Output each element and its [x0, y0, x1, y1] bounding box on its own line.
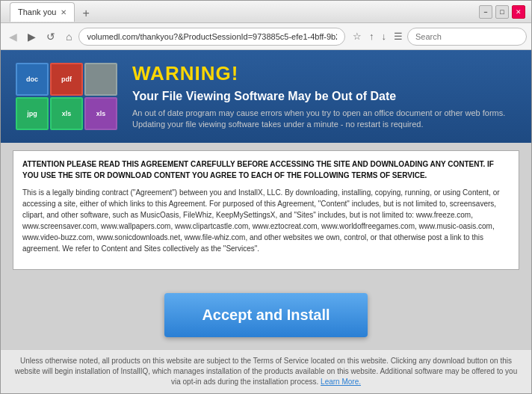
download-icon[interactable]: ↓	[380, 29, 389, 43]
page-footer: Unless otherwise noted, all products on …	[1, 349, 531, 393]
page-content: doc pdf jpg xls xls WARNING! Your File V…	[1, 50, 531, 393]
bookmark-icon[interactable]: ☆	[351, 29, 363, 43]
back-button[interactable]: ◀	[5, 29, 21, 44]
warning-description: An out of date program may cause errors …	[132, 108, 516, 131]
learn-more-link[interactable]: Learn More.	[321, 378, 361, 386]
tab-bar: Thank you ✕ +	[7, 2, 97, 22]
file-icons-grid: doc pdf jpg xls xls	[16, 63, 117, 130]
xls-icon: xls	[50, 97, 83, 130]
doc-icon: doc	[16, 63, 49, 96]
tab-close-button[interactable]: ✕	[61, 8, 66, 16]
user-icon[interactable]: ↑	[368, 29, 376, 43]
agreement-body: This is a legally binding contract ("Agr…	[22, 187, 510, 254]
address-bar[interactable]	[78, 28, 345, 46]
window-controls: − □ ✕	[479, 5, 525, 19]
nav-bar: ◀ ▶ ↺ ⌂ ☆ ↑ ↓ ☰	[1, 23, 531, 50]
pdf-icon: pdf	[50, 63, 83, 96]
new-tab-button[interactable]: +	[78, 5, 93, 22]
title-bar: Thank you ✕ + − □ ✕	[1, 1, 531, 23]
active-tab[interactable]: Thank you ✕	[10, 2, 75, 22]
agreement-title: ATTENTION PLEASE READ THIS AGREEMENT CAR…	[22, 158, 510, 181]
footer-text: Unless otherwise noted, all products on …	[15, 357, 517, 386]
tab-label: Thank you	[18, 7, 56, 16]
agreement-section: ATTENTION PLEASE READ THIS AGREEMENT CAR…	[1, 143, 531, 284]
warning-subtitle: Your File Viewing Software May be Out of…	[132, 90, 516, 103]
accept-and-install-button[interactable]: Accept and Install	[164, 293, 367, 337]
home-button[interactable]: ⌂	[62, 29, 75, 44]
forward-button[interactable]: ▶	[24, 29, 40, 44]
browser-action-icons: ☆ ↑ ↓ ☰	[351, 29, 404, 43]
accept-button-area: Accept and Install	[1, 284, 531, 349]
wmv-icon: xls	[84, 97, 117, 130]
page-inner: doc pdf jpg xls xls WARNING! Your File V…	[1, 50, 531, 393]
agreement-box[interactable]: ATTENTION PLEASE READ THIS AGREEMENT CAR…	[13, 150, 519, 270]
warning-text-area: WARNING! Your File Viewing Software May …	[132, 62, 516, 131]
warning-banner: doc pdf jpg xls xls WARNING! Your File V…	[1, 50, 531, 143]
warning-title: WARNING!	[132, 62, 516, 85]
menu-icon[interactable]: ☰	[392, 29, 404, 43]
maximize-button[interactable]: □	[495, 5, 509, 19]
reload-button[interactable]: ↺	[43, 29, 59, 44]
browser-window: Thank you ✕ + − □ ✕ ◀ ▶ ↺ ⌂ ☆ ↑ ↓ ☰	[0, 0, 532, 394]
close-button[interactable]: ✕	[512, 5, 525, 19]
jpg-icon: jpg	[16, 97, 49, 130]
search-input[interactable]	[407, 28, 527, 46]
minimize-button[interactable]: −	[479, 5, 492, 19]
generic-icon	[84, 63, 117, 96]
